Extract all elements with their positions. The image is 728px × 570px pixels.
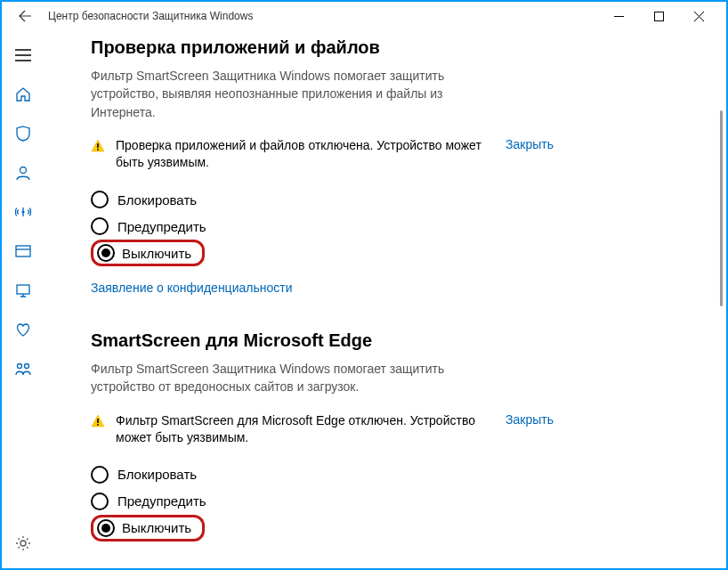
device-icon bbox=[14, 281, 32, 299]
scrollbar-thumb[interactable] bbox=[720, 110, 723, 306]
warning-row: Фильтр SmartScreen для Microsoft Edge от… bbox=[91, 412, 554, 447]
person-icon bbox=[14, 164, 32, 182]
nav-settings[interactable] bbox=[2, 524, 44, 563]
warning-row: Проверка приложений и файлов отключена. … bbox=[91, 137, 554, 172]
svg-rect-10 bbox=[97, 419, 99, 423]
nav-family-options[interactable] bbox=[2, 349, 44, 388]
nav-device-performance[interactable] bbox=[2, 310, 44, 349]
highlight-annotation: Выключить bbox=[91, 515, 205, 542]
svg-rect-9 bbox=[97, 149, 99, 151]
svg-point-7 bbox=[20, 541, 26, 546]
radio-label: Выключить bbox=[122, 520, 191, 535]
section-heading: SmartScreen для Microsoft Edge bbox=[91, 330, 691, 351]
radio-group-apps: Блокировать Предупредить Выключить bbox=[91, 186, 691, 266]
section-description: Фильтр SmartScreen Защитника Windows пом… bbox=[91, 67, 482, 121]
minimize-icon bbox=[614, 12, 624, 21]
titlebar: Центр безопасности Защитника Windows bbox=[2, 2, 726, 30]
window-controls bbox=[599, 2, 719, 30]
content-area: Проверка приложений и файлов Фильтр Smar… bbox=[44, 30, 726, 568]
svg-point-6 bbox=[25, 364, 29, 369]
warning-text: Фильтр SmartScreen для Microsoft Edge от… bbox=[116, 412, 495, 447]
nav-account-protection[interactable] bbox=[2, 153, 44, 192]
section-apps-files: Проверка приложений и файлов Фильтр Smar… bbox=[91, 37, 691, 295]
arrow-left-icon bbox=[18, 9, 32, 23]
radio-label: Выключить bbox=[122, 246, 191, 261]
shield-icon bbox=[14, 125, 32, 142]
radio-label: Блокировать bbox=[117, 467, 197, 482]
radio-icon bbox=[91, 191, 109, 208]
radio-icon bbox=[97, 244, 115, 262]
warning-close-link[interactable]: Закрыть bbox=[506, 137, 554, 151]
radio-label: Предупредить bbox=[117, 493, 206, 509]
svg-point-2 bbox=[22, 211, 25, 214]
hamburger-icon bbox=[15, 49, 31, 61]
radio-off[interactable]: Выключить bbox=[91, 240, 691, 266]
warning-text: Проверка приложений и файлов отключена. … bbox=[116, 137, 495, 172]
section-edge: SmartScreen для Microsoft Edge Фильтр Sm… bbox=[91, 330, 691, 542]
svg-point-5 bbox=[18, 364, 22, 369]
section-description: Фильтр SmartScreen Защитника Windows пом… bbox=[91, 360, 482, 396]
highlight-annotation: Выключить bbox=[91, 240, 205, 266]
radio-off[interactable]: Выключить bbox=[91, 515, 691, 542]
radio-warn[interactable]: Предупредить bbox=[91, 488, 691, 515]
svg-rect-11 bbox=[97, 424, 99, 426]
heart-icon bbox=[14, 321, 32, 338]
sidebar bbox=[2, 30, 44, 568]
nav-firewall[interactable] bbox=[2, 192, 44, 232]
maximize-icon bbox=[654, 12, 664, 21]
radio-label: Блокировать bbox=[117, 192, 197, 208]
hamburger-button[interactable] bbox=[2, 36, 44, 75]
window-body: Проверка приложений и файлов Фильтр Smar… bbox=[2, 30, 726, 568]
minimize-button[interactable] bbox=[599, 2, 639, 30]
home-icon bbox=[14, 86, 32, 103]
svg-rect-4 bbox=[17, 285, 29, 294]
warning-icon bbox=[91, 414, 105, 428]
nav-app-browser-control[interactable] bbox=[2, 232, 44, 271]
radio-label: Предупредить bbox=[117, 219, 206, 234]
warning-icon bbox=[91, 139, 105, 153]
maximize-button[interactable] bbox=[639, 2, 679, 30]
radio-icon bbox=[91, 493, 109, 510]
close-icon bbox=[694, 12, 704, 21]
svg-rect-0 bbox=[655, 12, 664, 20]
nav-home[interactable] bbox=[2, 75, 44, 114]
radio-group-edge: Блокировать Предупредить Выключить bbox=[91, 461, 691, 542]
warning-close-link[interactable]: Закрыть bbox=[506, 412, 554, 427]
window-title: Центр безопасности Защитника Windows bbox=[43, 10, 599, 22]
close-button[interactable] bbox=[679, 2, 719, 30]
radio-icon bbox=[97, 519, 115, 537]
back-button[interactable] bbox=[7, 2, 43, 30]
radio-warn[interactable]: Предупредить bbox=[91, 213, 691, 240]
nav-virus-protection[interactable] bbox=[2, 114, 44, 153]
svg-rect-3 bbox=[16, 246, 30, 256]
svg-point-1 bbox=[20, 167, 27, 174]
window-icon bbox=[14, 242, 32, 260]
app-window: Центр безопасности Защитника Windows bbox=[0, 0, 728, 570]
radio-block[interactable]: Блокировать bbox=[91, 186, 691, 213]
privacy-link[interactable]: Заявление о конфиденциальности bbox=[91, 281, 691, 295]
radio-block[interactable]: Блокировать bbox=[91, 461, 691, 488]
network-icon bbox=[14, 203, 32, 221]
radio-icon bbox=[91, 217, 109, 235]
family-icon bbox=[14, 360, 32, 378]
nav-device-security[interactable] bbox=[2, 271, 44, 310]
gear-icon bbox=[14, 534, 32, 552]
section-heading: Проверка приложений и файлов bbox=[91, 37, 691, 58]
svg-rect-8 bbox=[97, 143, 99, 148]
radio-icon bbox=[91, 466, 109, 484]
